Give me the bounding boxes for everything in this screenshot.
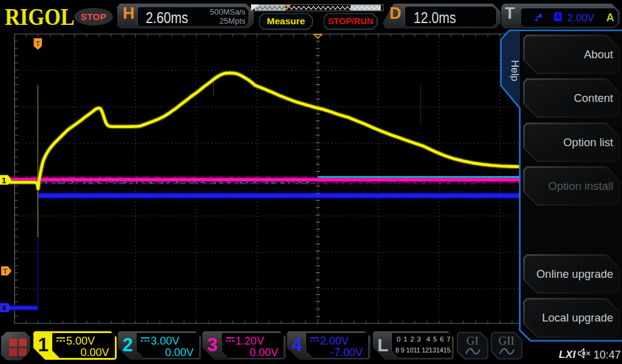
svg-text:Help: Help xyxy=(509,60,521,81)
